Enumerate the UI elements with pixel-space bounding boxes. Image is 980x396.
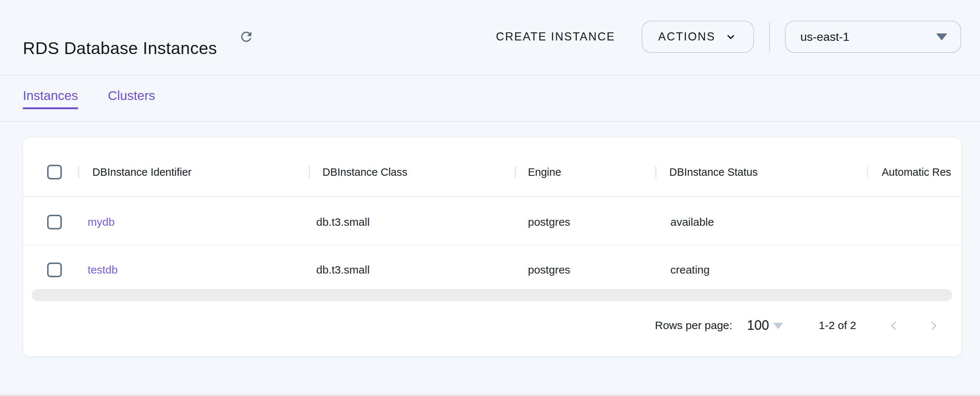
header-bottom-divider: [0, 75, 980, 76]
region-select[interactable]: us-east-1: [785, 21, 961, 53]
column-header-class: DBInstance Class: [323, 166, 407, 178]
rds-console: RDS Database Instances CREATE INSTANCE A…: [0, 0, 980, 396]
actions-button[interactable]: ACTIONS: [642, 21, 754, 53]
cell-class: db.t3.small: [316, 264, 370, 276]
tab-clusters[interactable]: Clusters: [108, 88, 155, 103]
toolbar-divider: [769, 21, 770, 51]
column-header-status: DBInstance Status: [669, 166, 758, 178]
viewport-bottom-edge: [0, 394, 980, 396]
page-title: RDS Database Instances: [23, 38, 217, 58]
horizontal-scrollbar[interactable]: [32, 289, 952, 301]
select-all-checkbox[interactable]: [47, 165, 62, 179]
refresh-icon[interactable]: [239, 29, 254, 44]
pagination-range: 1-2 of 2: [819, 319, 856, 332]
row-checkbox-mydb[interactable]: [47, 215, 62, 230]
column-header-engine: Engine: [528, 166, 561, 178]
cell-status: available: [670, 216, 714, 228]
column-divider: [309, 166, 310, 178]
tab-instances[interactable]: Instances: [23, 88, 78, 109]
column-header-automatic-restart: Automatic Res: [882, 166, 951, 178]
region-select-value: us-east-1: [800, 30, 849, 44]
row-divider: [23, 245, 962, 246]
caret-down-icon: [936, 33, 947, 40]
cell-engine: postgres: [528, 264, 570, 276]
create-instance-button[interactable]: CREATE INSTANCE: [496, 30, 615, 43]
cell-engine: postgres: [528, 216, 570, 228]
column-divider: [78, 166, 79, 178]
column-divider: [867, 166, 868, 178]
tabs-bottom-divider: [0, 121, 980, 122]
row-checkbox-testdb[interactable]: [47, 263, 62, 277]
actions-button-label: ACTIONS: [658, 30, 715, 43]
cell-status: creating: [670, 264, 710, 276]
cell-class: db.t3.small: [316, 216, 370, 228]
chevron-left-icon[interactable]: [886, 319, 900, 333]
rows-per-page-select[interactable]: 100: [747, 318, 769, 333]
instance-link-testdb[interactable]: testdb: [88, 264, 118, 276]
rows-per-page-label: Rows per page:: [655, 319, 732, 332]
caret-down-icon[interactable]: [773, 323, 783, 329]
instances-table-card: DBInstance Identifier DBInstance Class E…: [23, 137, 962, 356]
table-header-underline: [23, 196, 962, 197]
column-divider: [655, 166, 656, 178]
column-divider: [515, 166, 516, 178]
chevron-right-icon[interactable]: [927, 319, 941, 333]
chevron-down-icon: [724, 30, 737, 43]
instance-link-mydb[interactable]: mydb: [88, 216, 115, 228]
column-header-identifier: DBInstance Identifier: [92, 166, 191, 178]
